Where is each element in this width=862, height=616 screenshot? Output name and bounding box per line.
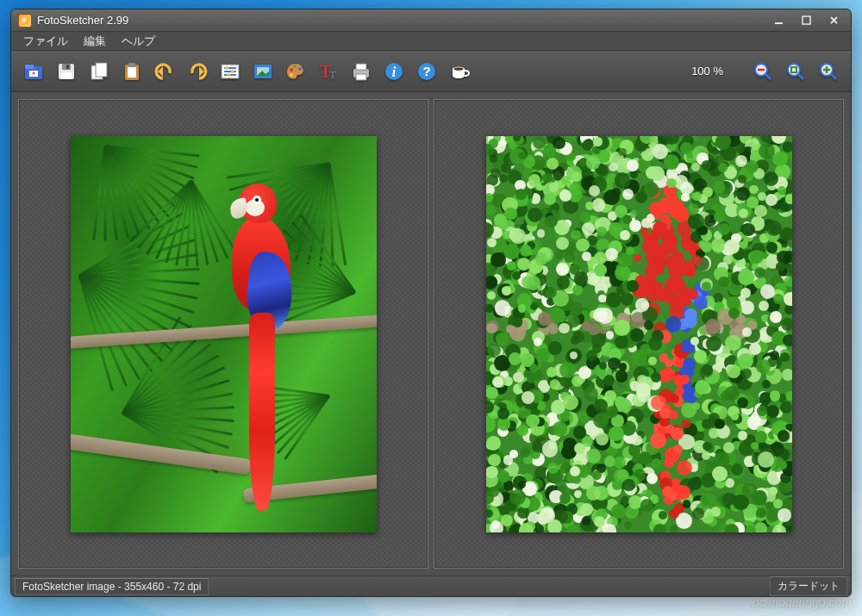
palette-icon — [284, 59, 308, 84]
svg-rect-14 — [128, 63, 135, 67]
paste-icon — [120, 59, 144, 84]
svg-rect-32 — [356, 64, 366, 70]
maximize-button[interactable] — [796, 13, 816, 28]
source-panel[interactable] — [18, 99, 428, 569]
svg-rect-3 — [25, 65, 34, 69]
open-button[interactable] — [20, 58, 47, 85]
result-panel[interactable] — [434, 99, 844, 569]
print-button[interactable] — [347, 58, 375, 85]
svg-rect-1 — [803, 16, 810, 24]
toolbar: TT i ? 100 % — [11, 51, 851, 92]
svg-text:T: T — [329, 68, 336, 81]
zoom-in-icon — [816, 59, 840, 84]
svg-text:i: i — [392, 65, 397, 79]
zoom-label: 100 % — [691, 65, 723, 78]
copy-icon — [87, 59, 111, 84]
undo-button[interactable] — [151, 58, 178, 85]
svg-rect-13 — [128, 67, 136, 78]
window-title: FotoSketcher 2.99 — [37, 14, 128, 27]
coffee-icon — [447, 59, 472, 84]
svg-point-27 — [298, 67, 302, 71]
menubar: ファイル 編集 ヘルプ — [11, 32, 851, 51]
minimize-button[interactable] — [768, 13, 789, 28]
app-icon — [18, 14, 32, 28]
zoom-fit-icon — [784, 59, 808, 84]
svg-line-47 — [831, 74, 836, 79]
text-icon: TT — [316, 59, 340, 84]
svg-point-21 — [227, 73, 230, 77]
svg-point-39 — [454, 67, 464, 71]
info-button[interactable]: i — [380, 58, 408, 85]
titlebar[interactable]: FotoSketcher 2.99 — [11, 9, 851, 32]
params-icon — [218, 59, 242, 84]
svg-point-28 — [290, 73, 293, 77]
open-icon — [22, 59, 46, 84]
svg-point-5 — [32, 72, 34, 74]
svg-point-19 — [225, 66, 228, 70]
svg-line-44 — [798, 74, 803, 79]
redo-icon — [185, 59, 209, 84]
help-button[interactable]: ? — [413, 58, 440, 85]
print-icon — [349, 59, 373, 84]
source-image — [71, 136, 377, 532]
svg-rect-11 — [96, 63, 107, 77]
undo-icon — [153, 59, 177, 84]
menu-edit[interactable]: 編集 — [77, 32, 113, 51]
svg-text:?: ? — [422, 64, 430, 78]
paste-button[interactable] — [118, 58, 146, 85]
workspace — [11, 92, 851, 576]
svg-rect-33 — [356, 74, 366, 80]
zoom-out-button[interactable] — [749, 58, 777, 85]
params-button[interactable] — [216, 58, 244, 85]
svg-point-43 — [788, 64, 800, 76]
zoom-fit-button[interactable] — [782, 58, 809, 85]
close-button[interactable] — [823, 13, 844, 28]
status-image-info: FotoSketcher image - 355x460 - 72 dpi — [15, 578, 209, 595]
copy-button[interactable] — [85, 58, 113, 85]
app-window: FotoSketcher 2.99 ファイル 編集 ヘルプ TT i ? 100… — [10, 9, 852, 597]
svg-rect-9 — [66, 65, 69, 69]
donate-button[interactable] — [446, 58, 473, 85]
svg-point-26 — [293, 65, 297, 68]
svg-point-25 — [290, 68, 293, 72]
zoom-in-button[interactable] — [815, 58, 842, 85]
frame-icon — [251, 59, 275, 84]
zoom-out-icon — [751, 59, 775, 84]
svg-rect-8 — [61, 72, 72, 78]
save-button[interactable] — [53, 58, 80, 85]
palette-button[interactable] — [282, 58, 309, 85]
frame-button[interactable] — [249, 58, 277, 85]
menu-file[interactable]: ファイル — [16, 32, 75, 51]
result-image — [486, 136, 792, 532]
svg-rect-0 — [775, 22, 783, 24]
status-effect-name: カラードット — [770, 576, 847, 596]
menu-help[interactable]: ヘルプ — [115, 32, 162, 51]
info-icon: i — [382, 59, 406, 84]
help-icon: ? — [415, 59, 439, 84]
desktop-watermark: pc.mogeringo.com — [753, 595, 852, 609]
save-icon — [54, 59, 78, 84]
statusbar: FotoSketcher image - 355x460 - 72 dpi カラ… — [11, 576, 851, 596]
svg-point-20 — [231, 70, 234, 73]
svg-line-41 — [765, 74, 771, 79]
redo-button[interactable] — [184, 58, 211, 85]
text-button[interactable]: TT — [315, 58, 342, 85]
